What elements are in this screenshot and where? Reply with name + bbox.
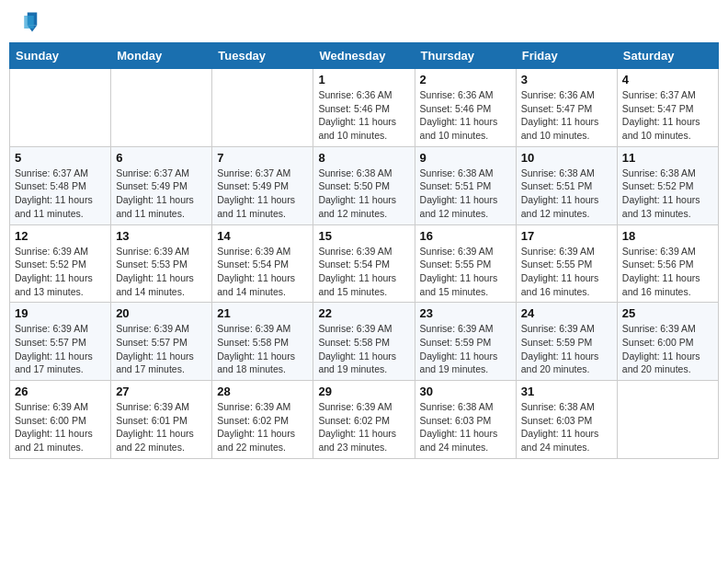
day-info: Sunrise: 6:39 AM Sunset: 5:57 PM Dayligh… [15,322,106,376]
day-info: Sunrise: 6:39 AM Sunset: 5:53 PM Dayligh… [116,245,207,299]
day-info: Sunrise: 6:39 AM Sunset: 5:54 PM Dayligh… [217,245,308,299]
day-info: Sunrise: 6:38 AM Sunset: 6:03 PM Dayligh… [521,400,612,454]
day-number: 9 [420,151,511,165]
calendar-cell: 5Sunrise: 6:37 AM Sunset: 5:48 PM Daylig… [10,146,111,224]
day-info: Sunrise: 6:38 AM Sunset: 6:03 PM Dayligh… [420,400,511,454]
calendar-cell: 8Sunrise: 6:38 AM Sunset: 5:50 PM Daylig… [313,146,415,224]
svg-marker-2 [24,16,34,29]
day-number: 27 [116,385,207,398]
day-header-sunday: Sunday [10,43,111,69]
calendar-cell: 9Sunrise: 6:38 AM Sunset: 5:51 PM Daylig… [415,146,516,224]
calendar-cell: 15Sunrise: 6:39 AM Sunset: 5:54 PM Dayli… [313,224,415,303]
day-number: 16 [420,229,511,243]
day-header-thursday: Thursday [415,43,516,69]
calendar-cell: 6Sunrise: 6:37 AM Sunset: 5:49 PM Daylig… [111,146,212,224]
day-header-saturday: Saturday [617,43,718,69]
day-info: Sunrise: 6:37 AM Sunset: 5:49 PM Dayligh… [217,167,308,221]
day-number: 4 [622,73,713,86]
calendar-cell: 12Sunrise: 6:39 AM Sunset: 5:52 PM Dayli… [10,224,111,303]
calendar-cell: 27Sunrise: 6:39 AM Sunset: 6:01 PM Dayli… [111,381,212,459]
calendar-cell: 7Sunrise: 6:37 AM Sunset: 5:49 PM Daylig… [212,146,313,224]
calendar-week-5: 26Sunrise: 6:39 AM Sunset: 6:00 PM Dayli… [10,381,719,459]
day-number: 12 [15,229,106,243]
day-info: Sunrise: 6:39 AM Sunset: 6:02 PM Dayligh… [318,400,409,454]
day-header-tuesday: Tuesday [212,43,313,69]
calendar-cell: 14Sunrise: 6:39 AM Sunset: 5:54 PM Dayli… [212,224,313,303]
day-info: Sunrise: 6:38 AM Sunset: 5:51 PM Dayligh… [521,167,612,221]
day-info: Sunrise: 6:38 AM Sunset: 5:50 PM Dayligh… [318,167,409,221]
calendar-cell: 18Sunrise: 6:39 AM Sunset: 5:56 PM Dayli… [617,224,718,303]
calendar-week-1: 1Sunrise: 6:36 AM Sunset: 5:46 PM Daylig… [10,69,719,147]
day-info: Sunrise: 6:39 AM Sunset: 5:55 PM Dayligh… [521,245,612,299]
calendar-cell: 23Sunrise: 6:39 AM Sunset: 5:59 PM Dayli… [415,303,516,381]
day-info: Sunrise: 6:39 AM Sunset: 5:59 PM Dayligh… [521,322,612,376]
day-info: Sunrise: 6:37 AM Sunset: 5:49 PM Dayligh… [116,167,207,221]
day-info: Sunrise: 6:39 AM Sunset: 5:55 PM Dayligh… [420,245,511,299]
day-number: 20 [116,306,207,320]
calendar-week-4: 19Sunrise: 6:39 AM Sunset: 5:57 PM Dayli… [10,303,719,381]
calendar-cell: 26Sunrise: 6:39 AM Sunset: 6:00 PM Dayli… [10,381,111,459]
day-info: Sunrise: 6:38 AM Sunset: 5:51 PM Dayligh… [420,167,511,221]
calendar-cell: 24Sunrise: 6:39 AM Sunset: 5:59 PM Dayli… [516,303,617,381]
day-number: 5 [15,151,106,165]
day-number: 13 [116,229,207,243]
day-info: Sunrise: 6:37 AM Sunset: 5:48 PM Dayligh… [15,167,106,221]
day-number: 6 [116,151,207,165]
day-info: Sunrise: 6:37 AM Sunset: 5:47 PM Dayligh… [622,88,713,143]
day-info: Sunrise: 6:39 AM Sunset: 5:52 PM Dayligh… [15,245,106,299]
day-number: 21 [217,306,308,320]
calendar-cell: 16Sunrise: 6:39 AM Sunset: 5:55 PM Dayli… [415,224,516,303]
day-header-friday: Friday [516,43,617,69]
calendar-cell [111,69,212,147]
calendar-cell: 21Sunrise: 6:39 AM Sunset: 5:58 PM Dayli… [212,303,313,381]
day-info: Sunrise: 6:36 AM Sunset: 5:47 PM Dayligh… [521,88,612,143]
day-number: 7 [217,151,308,165]
day-info: Sunrise: 6:39 AM Sunset: 5:58 PM Dayligh… [318,322,409,376]
day-info: Sunrise: 6:39 AM Sunset: 6:01 PM Dayligh… [116,400,207,454]
day-number: 31 [521,385,612,398]
day-number: 15 [318,229,409,243]
day-number: 10 [521,151,612,165]
day-header-monday: Monday [111,43,212,69]
day-number: 30 [420,385,511,398]
logo-icon [13,9,39,35]
calendar-week-3: 12Sunrise: 6:39 AM Sunset: 5:52 PM Dayli… [10,224,719,303]
calendar-cell: 10Sunrise: 6:38 AM Sunset: 5:51 PM Dayli… [516,146,617,224]
day-number: 26 [15,385,106,398]
calendar-cell [212,69,313,147]
calendar-cell: 11Sunrise: 6:38 AM Sunset: 5:52 PM Dayli… [617,146,718,224]
day-info: Sunrise: 6:39 AM Sunset: 5:54 PM Dayligh… [318,245,409,299]
day-info: Sunrise: 6:38 AM Sunset: 5:52 PM Dayligh… [622,167,713,221]
day-number: 22 [318,306,409,320]
calendar-cell: 25Sunrise: 6:39 AM Sunset: 6:00 PM Dayli… [617,303,718,381]
day-number: 29 [318,385,409,398]
day-number: 28 [217,385,308,398]
calendar-table: SundayMondayTuesdayWednesdayThursdayFrid… [9,42,719,459]
calendar-cell: 22Sunrise: 6:39 AM Sunset: 5:58 PM Dayli… [313,303,415,381]
day-number: 24 [521,306,612,320]
calendar-cell: 3Sunrise: 6:36 AM Sunset: 5:47 PM Daylig… [516,69,617,147]
calendar-cell: 29Sunrise: 6:39 AM Sunset: 6:02 PM Dayli… [313,381,415,459]
day-header-wednesday: Wednesday [313,43,415,69]
day-number: 23 [420,306,511,320]
day-number: 17 [521,229,612,243]
calendar-cell [617,381,718,459]
calendar-cell: 19Sunrise: 6:39 AM Sunset: 5:57 PM Dayli… [10,303,111,381]
logo [13,9,42,35]
day-info: Sunrise: 6:39 AM Sunset: 5:57 PM Dayligh… [116,322,207,376]
day-number: 1 [318,73,409,86]
page-header [9,9,719,35]
calendar-cell: 4Sunrise: 6:37 AM Sunset: 5:47 PM Daylig… [617,69,718,147]
day-info: Sunrise: 6:39 AM Sunset: 5:59 PM Dayligh… [420,322,511,376]
calendar-cell: 30Sunrise: 6:38 AM Sunset: 6:03 PM Dayli… [415,381,516,459]
calendar-cell: 20Sunrise: 6:39 AM Sunset: 5:57 PM Dayli… [111,303,212,381]
day-info: Sunrise: 6:39 AM Sunset: 5:58 PM Dayligh… [217,322,308,376]
calendar-week-2: 5Sunrise: 6:37 AM Sunset: 5:48 PM Daylig… [10,146,719,224]
calendar-cell: 1Sunrise: 6:36 AM Sunset: 5:46 PM Daylig… [313,69,415,147]
day-number: 14 [217,229,308,243]
day-info: Sunrise: 6:39 AM Sunset: 6:00 PM Dayligh… [15,400,106,454]
day-number: 3 [521,73,612,86]
day-number: 2 [420,73,511,86]
day-number: 11 [622,151,713,165]
calendar-cell: 13Sunrise: 6:39 AM Sunset: 5:53 PM Dayli… [111,224,212,303]
